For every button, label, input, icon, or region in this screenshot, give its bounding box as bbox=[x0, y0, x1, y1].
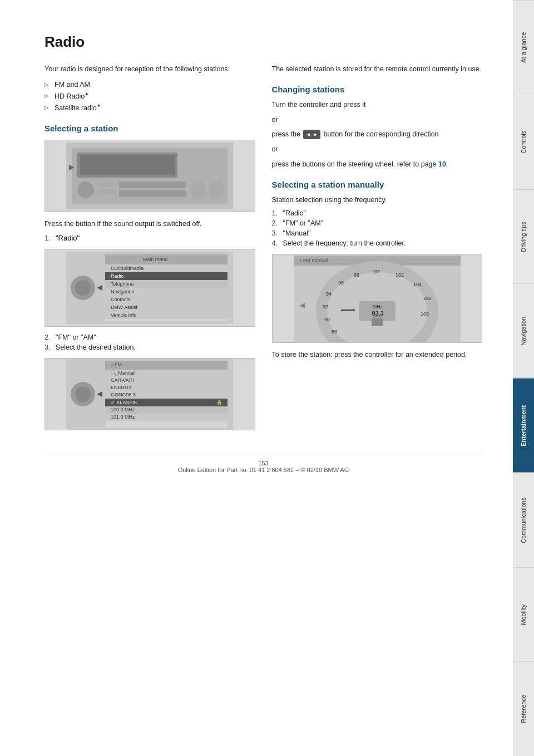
sidebar-tabs: At a glance Controls Driving tips Naviga… bbox=[513, 0, 534, 756]
svg-text:108: 108 bbox=[421, 311, 429, 317]
svg-rect-3 bbox=[80, 155, 175, 175]
svg-text:ENERGY: ENERGY bbox=[111, 385, 132, 390]
fm-screen-image: ♪ FM 🔍 Manual CARIVARI ENERGY GONG96.3 bbox=[44, 358, 255, 430]
changing-step3: press the buttons on the steering wheel,… bbox=[272, 159, 483, 170]
sidebar-tab-communications[interactable]: Communications bbox=[513, 473, 534, 567]
svg-rect-4 bbox=[77, 181, 94, 198]
svg-text:CARIVARI: CARIVARI bbox=[111, 377, 134, 383]
changing-step1: Turn the controller and press it bbox=[272, 100, 483, 110]
page-link[interactable]: 10 bbox=[438, 160, 446, 168]
manual-step-3: 3. "Manual" bbox=[272, 229, 483, 237]
footer-text: Online Edition for Part no. 01 41 2 604 … bbox=[178, 467, 349, 473]
svg-text:106: 106 bbox=[423, 296, 431, 301]
sidebar-tab-entertainment[interactable]: Entertainment bbox=[513, 378, 534, 473]
svg-text:94: 94 bbox=[326, 291, 332, 297]
svg-text:88: 88 bbox=[332, 329, 337, 335]
bullet-list: FM and AM HD Radio✶ Satellite radio✶ bbox=[44, 79, 255, 114]
svg-text:✓ KLASSIK: ✓ KLASSIK bbox=[111, 400, 137, 405]
manual-step-1: 1. "Radio" bbox=[272, 209, 483, 217]
svg-rect-5 bbox=[100, 183, 113, 187]
press-button-text: Press the button if the sound output is … bbox=[44, 219, 255, 229]
menu-svg: Main menu CD/Multimedia Radio Telephone … bbox=[66, 252, 233, 324]
svg-rect-7 bbox=[119, 181, 186, 188]
svg-rect-8 bbox=[119, 190, 186, 197]
sidebar-tab-at-a-glance[interactable]: At a glance bbox=[513, 0, 534, 95]
svg-text:Vehicle Info: Vehicle Info bbox=[111, 312, 137, 318]
svg-rect-74 bbox=[372, 318, 383, 326]
selecting-manually-heading: Selecting a station manually bbox=[272, 180, 483, 189]
list-item: Satellite radio✶ bbox=[44, 102, 255, 114]
svg-text:Navigation: Navigation bbox=[111, 289, 135, 294]
svg-text:♪ FM manual: ♪ FM manual bbox=[299, 258, 328, 263]
svg-text:GONG96.3: GONG96.3 bbox=[111, 392, 136, 397]
page-container: Radio Your radio is designed for recepti… bbox=[0, 0, 534, 756]
step-2: 2. "FM" or "AM" bbox=[44, 333, 255, 341]
page-title: Radio bbox=[44, 33, 482, 51]
sidebar-tab-driving-tips[interactable]: Driving tips bbox=[513, 189, 534, 284]
svg-text:CD/Multimedia: CD/Multimedia bbox=[111, 266, 144, 271]
dial-svg: ♪ FM manual 88 90 92 94 bbox=[294, 256, 461, 342]
svg-rect-10 bbox=[210, 181, 224, 198]
step-3: 3. Select the desired station. bbox=[44, 343, 255, 351]
svg-text:MHz: MHz bbox=[373, 304, 383, 310]
main-menu-image: Main menu CD/Multimedia Radio Telephone … bbox=[44, 249, 255, 327]
fm-svg: ♪ FM 🔍 Manual CARIVARI ENERGY GONG96.3 bbox=[66, 358, 233, 430]
svg-text:90: 90 bbox=[324, 317, 330, 322]
svg-text:102: 102 bbox=[395, 272, 404, 278]
changing-stations-heading: Changing stations bbox=[272, 85, 483, 94]
right-column: The selected station is stored for the r… bbox=[272, 64, 483, 437]
sidebar-tab-navigation[interactable]: Navigation bbox=[513, 283, 534, 378]
steps-2-3: 2. "FM" or "AM" 3. Select the desired st… bbox=[44, 333, 255, 351]
manual-steps: 1. "Radio" 2. "FM" or "AM" 3. "Manual" 4… bbox=[272, 209, 483, 247]
sidebar-tab-reference[interactable]: Reference bbox=[513, 661, 534, 756]
svg-point-35 bbox=[75, 386, 91, 402]
stored-station-text: The selected station is stored for the r… bbox=[272, 64, 483, 75]
svg-text:BMW Assist: BMW Assist bbox=[111, 305, 138, 310]
two-col-layout: Your radio is designed for reception of … bbox=[44, 64, 482, 437]
changing-or1: or bbox=[272, 115, 483, 125]
sidebar-tab-controls[interactable]: Controls bbox=[513, 95, 534, 189]
svg-text:98: 98 bbox=[354, 272, 359, 278]
svg-text:🔒: 🔒 bbox=[216, 399, 223, 406]
svg-rect-6 bbox=[100, 189, 113, 194]
svg-text:Main menu: Main menu bbox=[143, 257, 168, 262]
sidebar-tab-mobility[interactable]: Mobility bbox=[513, 567, 534, 662]
svg-text:Radio: Radio bbox=[111, 273, 124, 279]
svg-text:96: 96 bbox=[338, 280, 344, 286]
changing-step2: press the ◄ ► button for the correspondi… bbox=[272, 129, 483, 140]
svg-text:104: 104 bbox=[413, 282, 422, 287]
svg-text:Contacts: Contacts bbox=[111, 297, 131, 302]
list-item: HD Radio✶ bbox=[44, 90, 255, 102]
svg-text:Telephone: Telephone bbox=[111, 281, 134, 287]
changing-or2: or bbox=[272, 144, 483, 155]
page-footer: 153 Online Edition for Part no. 01 41 2 … bbox=[44, 454, 482, 473]
car-radio-svg bbox=[66, 143, 233, 209]
car-radio-image bbox=[44, 140, 255, 212]
svg-text:🔍 Manual: 🔍 Manual bbox=[111, 370, 135, 376]
selecting-station-heading: Selecting a station bbox=[44, 124, 255, 133]
main-content: Radio Your radio is designed for recepti… bbox=[0, 0, 513, 756]
svg-text:101.3 MHz: 101.3 MHz bbox=[111, 414, 135, 420]
svg-rect-9 bbox=[191, 181, 205, 198]
store-station-text: To store the station: press the controll… bbox=[272, 350, 483, 360]
manual-step-2: 2. "FM" or "AM" bbox=[272, 219, 483, 227]
list-item: FM and AM bbox=[44, 79, 255, 90]
fm-dial-image: ♪ FM manual 88 90 92 94 bbox=[272, 254, 483, 343]
left-column: Your radio is designed for reception of … bbox=[44, 64, 255, 437]
steps-list-1: 1. "Radio" bbox=[44, 234, 255, 242]
svg-rect-38 bbox=[105, 361, 228, 370]
svg-text:100: 100 bbox=[372, 269, 380, 274]
intro-text: Your radio is designed for reception of … bbox=[44, 64, 255, 75]
manual-step-4: 4. Select the frequency: turn the contro… bbox=[272, 239, 483, 247]
svg-text:100.0 MHz: 100.0 MHz bbox=[111, 407, 135, 413]
svg-text:♪ FM: ♪ FM bbox=[111, 362, 122, 367]
svg-text:92: 92 bbox=[323, 304, 328, 310]
page-number: 153 bbox=[258, 460, 268, 467]
manual-intro: Station selection using the frequency. bbox=[272, 195, 483, 205]
direction-button: ◄ ► bbox=[303, 130, 320, 139]
svg-point-14 bbox=[75, 280, 91, 296]
step-1: 1. "Radio" bbox=[44, 234, 255, 242]
